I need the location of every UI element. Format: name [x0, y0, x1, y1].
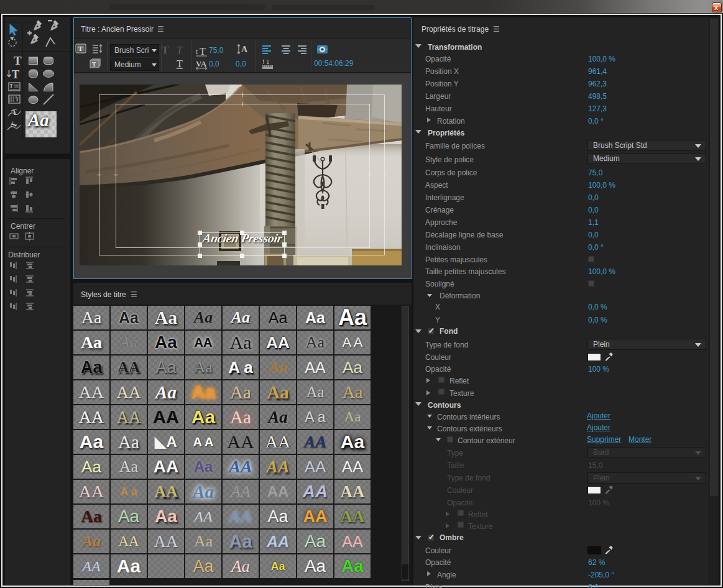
- svg-text:T: T: [12, 68, 19, 81]
- svg-text:T: T: [177, 58, 183, 69]
- svg-text:T: T: [162, 44, 169, 56]
- svg-text:T: T: [16, 96, 19, 103]
- svg-text:T: T: [10, 83, 14, 89]
- svg-text:t: t: [196, 47, 198, 56]
- svg-text:T: T: [92, 61, 96, 68]
- svg-text:T: T: [14, 54, 22, 67]
- svg-text:T: T: [11, 107, 19, 117]
- svg-text:T: T: [78, 45, 83, 52]
- svg-text:T: T: [200, 46, 206, 57]
- svg-text:T: T: [177, 44, 183, 56]
- svg-text:A: A: [241, 45, 248, 54]
